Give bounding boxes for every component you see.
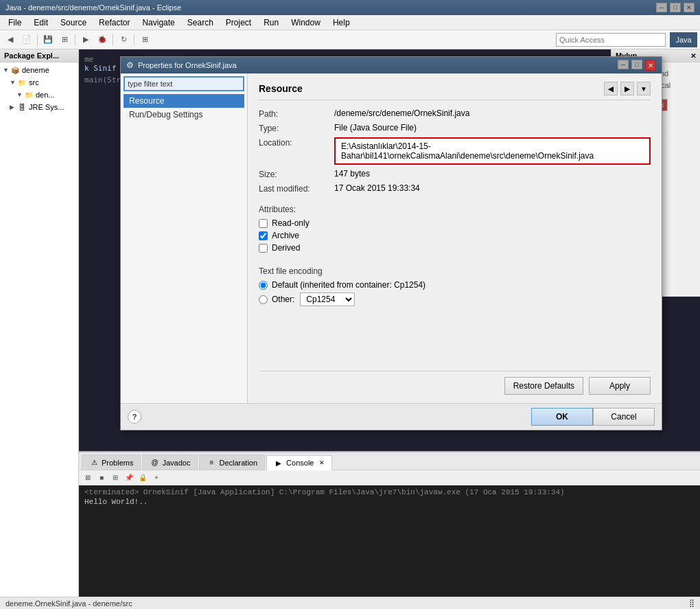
console-disconnect-btn[interactable]: ⊞	[109, 472, 121, 484]
default-encoding-label: Default (inherited from container: Cp125…	[272, 280, 425, 290]
folder-icon-src: 📁	[16, 77, 27, 88]
tree-item-src[interactable]: ▼ 📁 src	[1, 76, 77, 89]
toolbar-run[interactable]: ▶	[78, 32, 93, 47]
last-modified-label: Last modified:	[259, 183, 334, 194]
other-encoding-radio[interactable]	[259, 295, 268, 304]
toolbar-back[interactable]: ◀	[3, 32, 18, 47]
archive-row: Archive	[259, 231, 651, 240]
tree-item-deneme[interactable]: ▼ 📦 deneme	[1, 64, 77, 76]
restore-defaults-button[interactable]: Restore Defaults	[504, 377, 583, 395]
tree-arrow-den: ▼	[16, 91, 23, 98]
toolbar-refresh[interactable]: ↻	[116, 32, 131, 47]
console-clear-btn[interactable]: ⊠	[82, 472, 94, 484]
toolbar-new[interactable]: 📄	[19, 32, 34, 47]
tab-problems[interactable]: ⚠ Problems	[82, 455, 141, 470]
nav-item-run-debug[interactable]: Run/Debug Settings	[124, 108, 244, 122]
archive-checkbox[interactable]	[259, 231, 268, 240]
eclipse-window: Java - deneme/src/deneme/OrnekSinif.java…	[0, 0, 700, 609]
tree-item-den[interactable]: ▼ 📁 den...	[1, 89, 77, 101]
derived-row: Derived	[259, 243, 651, 253]
tree-arrow-jre: ▶	[10, 104, 16, 111]
title-bar: Java - deneme/src/deneme/OrnekSinif.java…	[0, 0, 700, 15]
derived-checkbox[interactable]	[259, 244, 268, 253]
menu-help[interactable]: Help	[327, 16, 355, 29]
tab-javadoc[interactable]: @ Javadoc	[142, 455, 198, 470]
size-row: Size: 147 bytes	[259, 169, 651, 179]
ok-button[interactable]: OK	[531, 408, 593, 426]
tree-item-jre[interactable]: ▶ 🗄 JRE Sys...	[1, 101, 77, 113]
cancel-button[interactable]: Cancel	[593, 408, 655, 426]
library-icon-jre: 🗄	[16, 102, 27, 113]
toolbar-sep2	[75, 34, 75, 46]
default-encoding-row: Default (inherited from container: Cp125…	[259, 280, 651, 290]
size-label: Size:	[259, 169, 334, 179]
path-row: Path: /deneme/src/deneme/OrnekSinif.java	[259, 108, 651, 119]
tree-label-deneme: deneme	[22, 66, 49, 74]
attributes-section: Attributes: Read-only Archive	[259, 205, 651, 255]
tree-arrow-src: ▼	[10, 79, 16, 86]
other-encoding-row: Other: Cp1254	[259, 292, 651, 306]
status-bar-right: ⣿	[689, 599, 695, 608]
attributes-title: Attributes:	[259, 205, 651, 214]
project-icon: 📦	[10, 65, 21, 76]
menu-search[interactable]: Search	[182, 16, 219, 29]
help-button[interactable]: ?	[128, 410, 141, 424]
dialog-title-left: ⚙ Properties for OrnekSinif.java	[126, 60, 237, 70]
nav-forward-btn[interactable]: ▶	[620, 82, 634, 95]
console-stop-btn[interactable]: ■	[95, 472, 108, 484]
tab-console[interactable]: ▶ Console ✕	[266, 455, 332, 470]
menu-edit[interactable]: Edit	[28, 16, 54, 29]
dialog-nav-arrows: ◀ ▶ ▼	[604, 82, 651, 95]
readonly-checkbox[interactable]	[259, 219, 268, 228]
folder-icon-den: 📁	[23, 89, 34, 100]
mylyn-close-icon[interactable]: ✕	[690, 52, 696, 60]
toolbar-sep3	[113, 34, 113, 46]
dialog-close-btn[interactable]: ✕	[645, 60, 656, 71]
quick-access-input[interactable]	[556, 33, 666, 47]
tab-declaration[interactable]: ≡ Declaration	[199, 455, 265, 470]
properties-dialog: ⚙ Properties for OrnekSinif.java ─ □ ✕ R…	[120, 56, 662, 430]
apply-button[interactable]: Apply	[589, 377, 651, 395]
toolbar-sep4	[134, 34, 135, 46]
default-encoding-radio[interactable]	[259, 281, 268, 290]
toolbar-debug[interactable]: 🐞	[95, 32, 110, 47]
toolbar-save-all[interactable]: ⊞	[57, 32, 72, 47]
maximize-button[interactable]: □	[670, 3, 681, 12]
javadoc-tab-label: Javadoc	[162, 459, 190, 467]
console-tab-label: Console	[286, 459, 314, 467]
bottom-tabs: ⚠ Problems @ Javadoc ≡ Declaration ▶ Con…	[79, 452, 700, 470]
console-content: <terminated> OrnekSinif [Java Applicatio…	[79, 485, 700, 609]
main-area: Package Expl... ▼ 📦 deneme ▼ 📁 src ▼ 📁 d…	[0, 49, 700, 609]
console-new-btn[interactable]: +	[150, 472, 163, 484]
dialog-maximize-btn[interactable]: □	[631, 60, 642, 69]
window-controls: ─ □ ✕	[656, 3, 695, 12]
tree-label-jre: JRE Sys...	[29, 103, 64, 111]
menu-refactor[interactable]: Refactor	[93, 16, 135, 29]
console-tab-icon: ▶	[274, 458, 283, 468]
encoding-select[interactable]: Cp1254	[300, 292, 355, 306]
console-scroll-lock-btn[interactable]: 🔒	[137, 472, 149, 484]
toolbar-perspective[interactable]: ⊞	[137, 32, 152, 47]
dialog-icon: ⚙	[126, 60, 134, 70]
menu-file[interactable]: File	[3, 16, 27, 29]
dialog-minimize-btn[interactable]: ─	[618, 60, 629, 69]
package-explorer-header: Package Expl...	[0, 49, 78, 62]
menu-navigate[interactable]: Navigate	[137, 16, 180, 29]
menu-project[interactable]: Project	[220, 16, 257, 29]
nav-back-btn[interactable]: ◀	[604, 82, 618, 95]
type-row: Type: File (Java Source File)	[259, 123, 651, 133]
minimize-button[interactable]: ─	[656, 3, 667, 12]
package-explorer-panel: Package Expl... ▼ 📦 deneme ▼ 📁 src ▼ 📁 d…	[0, 49, 79, 609]
dialog-filter-input[interactable]	[124, 76, 244, 91]
menu-window[interactable]: Window	[285, 16, 326, 29]
menu-source[interactable]: Source	[55, 16, 92, 29]
toolbar-save[interactable]: 💾	[40, 32, 56, 47]
console-pin-btn[interactable]: 📌	[123, 472, 135, 484]
console-tab-close[interactable]: ✕	[319, 459, 325, 466]
tree-label-den: den...	[36, 91, 55, 99]
menu-run[interactable]: Run	[258, 16, 284, 29]
close-button[interactable]: ✕	[684, 3, 695, 12]
nav-item-resource[interactable]: Resource	[124, 94, 244, 108]
nav-down-btn[interactable]: ▼	[637, 82, 651, 95]
java-perspective-btn[interactable]: Java	[670, 32, 697, 47]
